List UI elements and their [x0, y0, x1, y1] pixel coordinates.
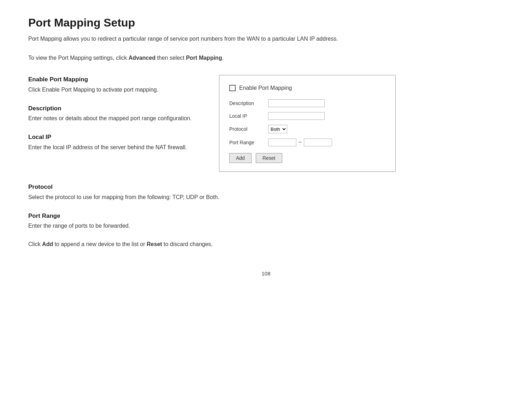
input-port-range-to[interactable] — [304, 139, 332, 146]
form-row-port-range: Port Range ~ — [229, 138, 385, 147]
label-protocol: Protocol — [229, 126, 268, 133]
section-description: Description Enter notes or details about… — [28, 104, 198, 123]
nav-prefix: To view the Port Mapping settings, click — [28, 55, 129, 61]
page-number: 108 — [28, 270, 504, 278]
enable-port-mapping-checkbox[interactable] — [229, 85, 236, 91]
enable-port-mapping-row: Enable Port Mapping — [229, 84, 385, 92]
nav-instruction: To view the Port Mapping settings, click… — [28, 54, 504, 62]
form-row-description: Description — [229, 99, 385, 107]
form-row-protocol: Protocol Both TCP UDP — [229, 125, 385, 133]
tilde-separator: ~ — [298, 138, 302, 147]
reset-button[interactable]: Reset — [256, 153, 282, 163]
select-protocol[interactable]: Both TCP UDP — [268, 125, 287, 133]
text-local-ip: Enter the local IP address of the server… — [28, 143, 198, 152]
bottom-sections: Protocol Select the protocol to use for … — [28, 182, 504, 249]
footer-suffix: to discard changes. — [162, 241, 213, 247]
label-port-range: Port Range — [229, 139, 268, 146]
nav-advanced: Advanced — [129, 55, 155, 61]
input-local-ip[interactable] — [268, 112, 325, 120]
section-enable-port-mapping: Enable Port Mapping Click Enable Port Ma… — [28, 75, 198, 94]
text-description: Enter notes or details about the mapped … — [28, 114, 198, 123]
page-container: Port Mapping Setup Port Mapping allows y… — [0, 0, 532, 402]
heading-description: Description — [28, 104, 198, 113]
page-title: Port Mapping Setup — [28, 14, 504, 31]
footer-reset: Reset — [147, 241, 162, 247]
left-column: Enable Port Mapping Click Enable Port Ma… — [28, 75, 198, 172]
two-column-layout: Enable Port Mapping Click Enable Port Ma… — [28, 75, 504, 172]
heading-enable-port-mapping: Enable Port Mapping — [28, 75, 198, 84]
add-button[interactable]: Add — [229, 153, 252, 163]
label-description: Description — [229, 100, 268, 107]
form-buttons: Add Reset — [229, 153, 385, 163]
nav-port-mapping: Port Mapping — [186, 55, 222, 61]
nav-suffix: . — [222, 55, 224, 61]
input-description[interactable] — [268, 99, 325, 107]
footer-text: Click Add to append a new device to the … — [28, 240, 504, 249]
port-mapping-form-box: Enable Port Mapping Description Local IP… — [219, 75, 396, 172]
footer-add: Add — [42, 241, 53, 247]
input-port-range-from[interactable] — [268, 139, 296, 146]
port-range-group: ~ — [268, 138, 332, 147]
text-port-range: Enter the range of ports to be forwarded… — [28, 222, 504, 230]
footer-middle: to append a new device to the list or — [53, 241, 147, 247]
form-row-local-ip: Local IP — [229, 112, 385, 120]
right-column: Enable Port Mapping Description Local IP… — [219, 75, 504, 172]
protocol-select-group: Both TCP UDP — [268, 125, 287, 133]
intro-text: Port Mapping allows you to redirect a pa… — [28, 35, 504, 43]
section-protocol: Protocol Select the protocol to use for … — [28, 182, 504, 202]
enable-port-mapping-label: Enable Port Mapping — [239, 84, 292, 92]
label-local-ip: Local IP — [229, 112, 268, 120]
section-local-ip: Local IP Enter the local IP address of t… — [28, 133, 198, 152]
footer-prefix: Click — [28, 241, 42, 247]
section-port-range: Port Range Enter the range of ports to b… — [28, 211, 504, 231]
nav-middle: then select — [155, 55, 186, 61]
text-protocol: Select the protocol to use for mapping f… — [28, 193, 504, 202]
heading-local-ip: Local IP — [28, 133, 198, 142]
text-enable-port-mapping: Click Enable Port Mapping to activate po… — [28, 86, 198, 94]
heading-port-range: Port Range — [28, 211, 504, 221]
heading-protocol: Protocol — [28, 182, 504, 192]
